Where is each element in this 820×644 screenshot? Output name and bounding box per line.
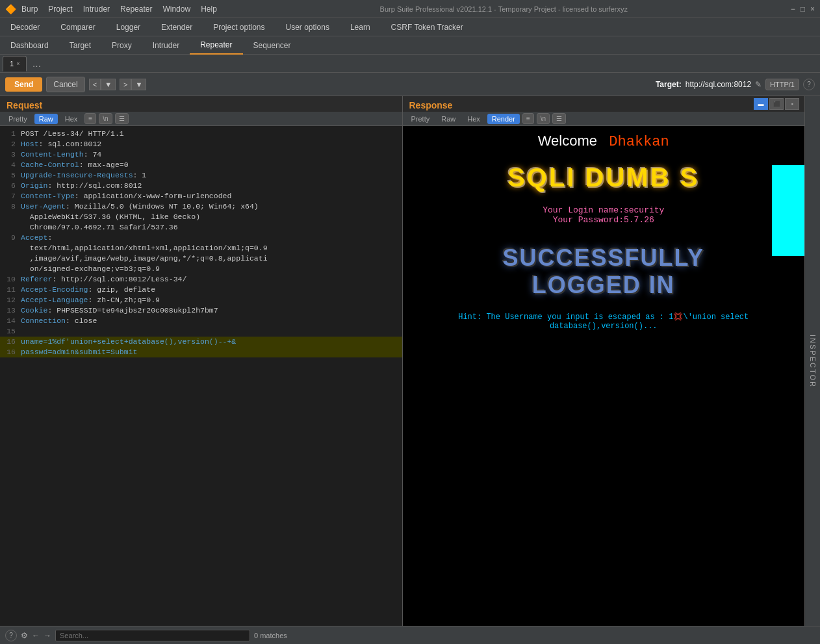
toolbar-help-icon[interactable]: ? <box>803 79 815 90</box>
nav-user-options[interactable]: User options <box>275 18 340 36</box>
bottom-help-icon[interactable]: ? <box>5 630 17 641</box>
line-number: 16 <box>3 347 16 357</box>
request-panel: Request Pretty Raw Hex ≡ \n ☰ 1POST /Les… <box>0 96 403 626</box>
tab-1-label: 1 <box>10 60 14 68</box>
inspector-sidebar[interactable]: INSPECTOR <box>804 96 820 626</box>
line-content: Accept-Language: zh-CN,zh;q=0.9 <box>21 295 160 305</box>
tab-proxy[interactable]: Proxy <box>101 36 142 55</box>
nav-prev-button[interactable]: < <box>89 79 101 90</box>
line-number: 7 <box>3 191 16 201</box>
maximize-button[interactable]: □ <box>801 5 805 14</box>
code-line: 16uname=1%df'union+select+database(),ver… <box>0 337 402 347</box>
target-url: http://sql.com:8012 <box>685 80 751 89</box>
tab-repeater[interactable]: Repeater <box>190 36 242 55</box>
nav-comparer[interactable]: Comparer <box>50 18 105 36</box>
nav-extender[interactable]: Extender <box>151 18 203 36</box>
bottom-back-icon[interactable]: ← <box>32 631 40 640</box>
search-input[interactable] <box>55 630 250 641</box>
request-raw-btn[interactable]: Raw <box>34 114 58 124</box>
line-number <box>3 222 16 233</box>
response-panel-toolbar: Pretty Raw Hex Render ≡ \n ☰ <box>403 112 805 126</box>
minimize-button[interactable]: − <box>791 5 795 14</box>
response-pretty-btn[interactable]: Pretty <box>407 114 435 124</box>
nav-decoder[interactable]: Decoder <box>0 18 50 36</box>
response-panel: Response ▬ ⬛ ▪ Pretty Raw Hex Render ≡ \… <box>403 96 805 626</box>
response-header: Response <box>403 96 459 112</box>
repeater-tab-1[interactable]: 1 × <box>3 56 27 71</box>
code-line: text/html,application/xhtml+xml,applicat… <box>0 243 402 253</box>
menu-project[interactable]: Project <box>48 5 72 14</box>
close-button[interactable]: × <box>810 5 815 14</box>
edit-target-icon[interactable]: ✎ <box>755 80 762 89</box>
tab-sequencer[interactable]: Sequencer <box>243 36 301 55</box>
render-area[interactable]: Welcome Dhakkan SQLI DUMB S Your Login n… <box>403 126 805 626</box>
response-raw-btn[interactable]: Raw <box>437 114 460 124</box>
line-content: Accept-Encoding: gzip, deflate <box>21 285 155 295</box>
target-info: Target: http://sql.com:8012 ✎ HTTP/1 ? <box>656 79 815 90</box>
tab-add[interactable]: … <box>27 58 46 69</box>
response-render-btn[interactable]: Render <box>487 114 520 124</box>
window-controls: − □ × <box>791 5 815 14</box>
nav-csrf[interactable]: CSRF Token Tracker <box>381 18 474 36</box>
render-username: Dhakkan <box>609 134 669 150</box>
view-split-btn[interactable]: ▬ <box>754 98 768 110</box>
line-number: 15 <box>3 326 16 337</box>
code-line: 13Cookie: PHPSESSID=te94ajbs2r20c008ukpl… <box>0 305 402 316</box>
main-nav: Decoder Comparer Logger Extender Project… <box>0 18 820 36</box>
menu-repeater[interactable]: Repeater <box>120 5 152 14</box>
tab-1-close[interactable]: × <box>16 60 19 67</box>
line-content: Accept: <box>21 233 52 243</box>
code-line: 11Accept-Encoding: gzip, deflate <box>0 285 402 295</box>
send-button[interactable]: Send <box>5 77 42 92</box>
code-line: 14Connection: close <box>0 316 402 326</box>
request-code-area[interactable]: 1POST /Less-34/ HTTP/1.12Host: sql.com:8… <box>0 126 402 626</box>
line-content: on/signed-exchange;v=b3;q=0.9 <box>21 264 160 274</box>
main-content: Request Pretty Raw Hex ≡ \n ☰ 1POST /Les… <box>0 96 820 626</box>
bottom-forward-icon[interactable]: → <box>44 631 51 640</box>
menu-help[interactable]: Help <box>201 5 217 14</box>
nav-project-options[interactable]: Project options <box>203 18 275 36</box>
request-lines-icon[interactable]: ☰ <box>115 113 129 124</box>
secondary-nav: Dashboard Target Proxy Intruder Repeater… <box>0 36 820 55</box>
render-cyan-bar <box>772 165 804 256</box>
view-min-btn[interactable]: ▪ <box>785 98 799 110</box>
request-hex-btn[interactable]: Hex <box>60 114 83 124</box>
cancel-button[interactable]: Cancel <box>46 77 84 92</box>
line-content: Chrome/97.0.4692.71 Safari/537.36 <box>21 222 178 233</box>
line-number: 10 <box>3 274 16 285</box>
menu-intruder[interactable]: Intruder <box>83 5 110 14</box>
line-number: 2 <box>3 139 16 149</box>
response-newline-icon[interactable]: \n <box>537 113 550 124</box>
render-welcome: Welcome Dhakkan <box>403 126 805 150</box>
menu-window[interactable]: Window <box>162 5 190 14</box>
tab-intruder[interactable]: Intruder <box>142 36 190 55</box>
http-version[interactable]: HTTP/1 <box>765 79 799 90</box>
view-vert-btn[interactable]: ⬛ <box>769 98 784 110</box>
bottom-settings-icon[interactable]: ⚙ <box>21 631 28 640</box>
line-content: AppleWebKit/537.36 (KHTML, like Gecko) <box>21 212 200 222</box>
nav-learn[interactable]: Learn <box>340 18 381 36</box>
nav-next-drop-button[interactable]: ▼ <box>131 79 146 90</box>
code-line: ,image/avif,image/webp,image/apng,*/*;q=… <box>0 253 402 264</box>
line-number: 13 <box>3 305 16 316</box>
line-number: 11 <box>3 285 16 295</box>
request-format-icon[interactable]: ≡ <box>84 113 96 124</box>
nav-prev-drop-button[interactable]: ▼ <box>101 79 116 90</box>
request-newline-icon[interactable]: \n <box>99 113 112 124</box>
tab-dashboard[interactable]: Dashboard <box>0 36 59 55</box>
nav-logger[interactable]: Logger <box>106 18 151 36</box>
bottom-bar: ? ⚙ ← → 0 matches <box>0 626 820 644</box>
response-format-icon[interactable]: ≡ <box>522 113 534 124</box>
response-hex-btn[interactable]: Hex <box>463 114 485 124</box>
code-line: 7Content-Type: application/x-www-form-ur… <box>0 191 402 201</box>
menu-burp[interactable]: Burp <box>21 5 38 14</box>
nav-prev-group: < ▼ <box>89 79 116 90</box>
line-content: passwd=admin&submit=Submit <box>21 347 137 357</box>
nav-next-button[interactable]: > <box>120 79 131 90</box>
tab-target[interactable]: Target <box>59 36 101 55</box>
response-lines-icon[interactable]: ☰ <box>552 113 566 124</box>
code-line: 16passwd=admin&submit=Submit <box>0 347 402 357</box>
request-pretty-btn[interactable]: Pretty <box>4 114 32 124</box>
line-number <box>3 243 16 253</box>
line-number: 5 <box>3 170 16 181</box>
